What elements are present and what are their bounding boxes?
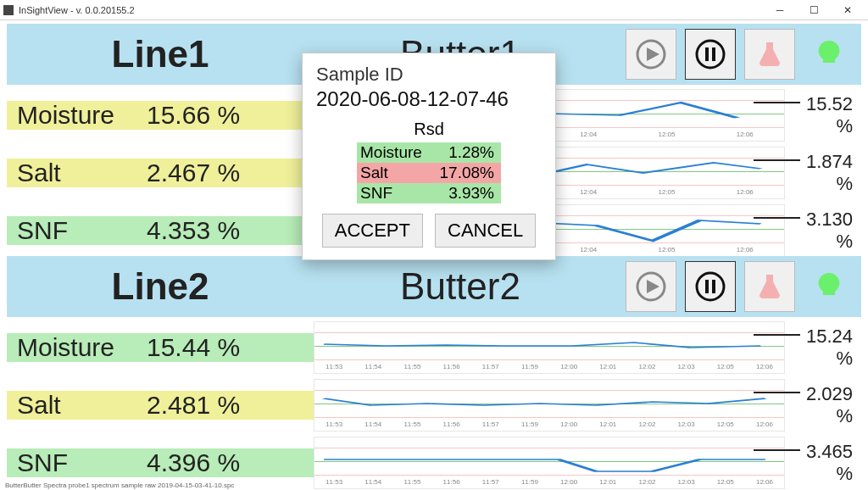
metric-label: SNF (7, 216, 147, 245)
metric-label: SNF (7, 448, 147, 477)
chart-line2-moisture[interactable]: 11:5311:5411:5511:5611:5711:5912:0012:01… (314, 321, 785, 374)
svg-marker-1 (647, 47, 659, 61)
summary-value: 15.52 % (785, 93, 861, 137)
svg-rect-8 (705, 280, 709, 293)
bulb-icon (804, 29, 854, 80)
metric-label: Moisture (7, 101, 147, 130)
summary-value: 3.465 % (785, 441, 861, 485)
svg-rect-9 (712, 280, 715, 293)
line2-header: Line2 Butter2 (7, 256, 861, 317)
flask-button[interactable] (744, 261, 795, 312)
line2-row-salt: Salt 2.481 % 11:5311:5411:5511:5611:5711… (7, 378, 861, 432)
minimize-button[interactable]: ─ (763, 0, 797, 20)
pause-button[interactable] (685, 29, 736, 80)
summary-value: 3.130 % (785, 209, 861, 253)
svg-point-2 (697, 41, 724, 68)
metric-value: 4.353 % (147, 216, 314, 245)
summary-value: 2.029 % (785, 383, 861, 427)
line1-title: Line1 (7, 33, 314, 75)
cancel-button[interactable]: CANCEL (435, 214, 536, 248)
dialog-timestamp: 2020-06-08-12-07-46 (316, 87, 542, 111)
close-button[interactable]: ✕ (831, 0, 865, 20)
metric-value: 2.481 % (147, 391, 314, 420)
flask-button[interactable] (744, 29, 795, 80)
line2-subtitle: Butter2 (314, 265, 607, 308)
sample-id-dialog: Sample ID 2020-06-08-12-07-46 Rsd Moistu… (302, 53, 556, 260)
svg-rect-3 (705, 47, 709, 61)
metric-value: 4.396 % (147, 448, 314, 477)
svg-rect-4 (712, 47, 715, 61)
metric-value: 2.467 % (147, 159, 314, 187)
line2-row-moisture: Moisture 15.44 % 11:5311:5411:5511:5611:… (7, 320, 861, 375)
metric-label: Salt (7, 391, 147, 420)
app-icon (3, 5, 14, 15)
window-title: InSightView - v. 0.0.20155.2 (19, 5, 135, 15)
metric-label: Salt (7, 159, 147, 187)
titlebar: InSightView - v. 0.0.20155.2 ─ ☐ ✕ (0, 0, 868, 20)
play-button[interactable] (626, 261, 676, 312)
metric-value: 15.44 % (147, 333, 314, 362)
line2-title: Line2 (7, 265, 314, 308)
play-button[interactable] (626, 29, 676, 80)
bulb-icon (804, 261, 854, 312)
metric-label: Moisture (7, 333, 147, 362)
pause-button[interactable] (685, 261, 736, 312)
rsd-table: Moisture1.28% Salt17.08% SNF3.93% (357, 142, 501, 203)
status-bar: ButterButter Spectra probe1 spectrum sam… (0, 482, 868, 490)
summary-value: 1.874 % (785, 151, 861, 195)
metric-value: 15.66 % (147, 101, 314, 130)
chart-line2-salt[interactable]: 11:5311:5411:5511:5611:5711:5912:0012:01… (314, 379, 785, 432)
dialog-heading: Sample ID (316, 64, 542, 86)
maximize-button[interactable]: ☐ (797, 0, 831, 20)
dialog-subheading: Rsd (316, 120, 542, 139)
svg-point-7 (697, 273, 724, 300)
summary-value: 15.24 % (785, 326, 861, 370)
accept-button[interactable]: ACCEPT (322, 214, 423, 248)
svg-marker-6 (647, 280, 659, 293)
